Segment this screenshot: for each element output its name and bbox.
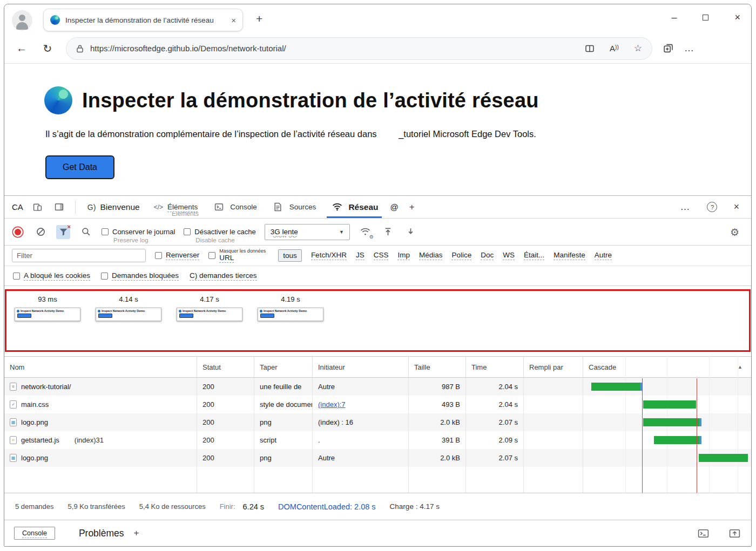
collections-icon[interactable] <box>663 43 673 53</box>
tutorial-link[interactable]: _tutoriel Microsoft Edge Dev Tools. <box>399 129 536 139</box>
filter-pill-JS[interactable]: JS <box>356 251 364 260</box>
filter-pill-Manifeste[interactable]: Manifeste <box>554 251 585 260</box>
tab-close-icon[interactable]: × <box>231 16 236 25</box>
expand-panel-icon[interactable] <box>727 526 741 540</box>
url-bar[interactable]: https://microsoftedge.github.io/Demos/ne… <box>66 37 652 60</box>
blocked-cookies-checkbox[interactable]: A bloqué les cookies <box>13 271 90 281</box>
tab-devtools-console[interactable]: Console <box>208 196 260 218</box>
filter-input[interactable] <box>12 249 146 262</box>
third-party-requests-filter[interactable]: C) demandes tierces <box>190 271 257 281</box>
frame-thumbnail: Inspect Network Activity Demo <box>15 308 80 321</box>
filmstrip-frame[interactable]: 93 msInspect Network Activity Demo <box>13 295 82 321</box>
preserve-log-checkbox[interactable]: Conserver le journal Preserve log <box>102 228 175 236</box>
col-name[interactable]: Nom <box>4 357 197 377</box>
dock-side-icon[interactable] <box>52 200 66 214</box>
waterfall-bar[interactable] <box>699 454 748 462</box>
filter-pill-Autre[interactable]: Autre <box>595 251 612 260</box>
waterfall-bar[interactable] <box>643 400 697 409</box>
col-size[interactable]: Taille <box>409 357 466 377</box>
network-wifi-icon <box>330 200 344 214</box>
tab-extra[interactable]: @ <box>390 202 399 212</box>
settings-gear-icon[interactable]: ⚙ <box>730 226 739 238</box>
profile-avatar[interactable] <box>12 10 32 31</box>
col-time[interactable]: Time <box>466 357 524 377</box>
table-filler <box>4 467 751 493</box>
maximize-button[interactable] <box>703 12 708 23</box>
drawer-tab-issues[interactable]: Problèmes + <box>79 528 139 539</box>
browser-tab[interactable]: Inspecter la démonstration de l’activité… <box>43 9 243 31</box>
favorite-star-icon[interactable]: ☆ <box>634 43 642 54</box>
tab-network[interactable]: Réseau <box>327 196 381 218</box>
filter-pill-WS[interactable]: WS <box>503 251 515 260</box>
cell-time: 2.09 s <box>466 431 524 449</box>
request-row[interactable]: ▦logo.png200pngAutre2.0 kB2.07 s <box>4 449 751 467</box>
waterfall-bar-tip <box>699 436 701 444</box>
dropdown-arrow-icon: ▼ <box>339 229 344 235</box>
request-row[interactable]: ✓main.css200style de document(index):749… <box>4 396 751 413</box>
more-tabs-button[interactable]: + <box>409 202 415 213</box>
tab-sources[interactable]: Sources <box>268 196 320 218</box>
col-type[interactable]: Taper <box>254 357 313 377</box>
cell-initiator[interactable]: (index):7 <box>313 396 409 413</box>
filter-pill-Fetch/XHR[interactable]: Fetch/XHR <box>311 251 347 260</box>
site-info-icon[interactable] <box>76 44 84 53</box>
devtools-menu-icon[interactable]: … <box>680 201 690 213</box>
col-fulfilled[interactable]: Rempli par <box>524 357 583 377</box>
minimize-button[interactable]: – <box>671 12 677 23</box>
back-button[interactable]: ← <box>14 42 29 55</box>
filter-pill-Médias[interactable]: Médias <box>419 251 443 260</box>
thumb-get-data-button <box>179 314 193 318</box>
network-table-header: Nom Statut Taper Initiateur Taille Time … <box>4 356 751 378</box>
refresh-button[interactable]: ↻ <box>40 42 55 55</box>
blocked-requests-checkbox[interactable]: Demandes bloquées <box>101 271 179 281</box>
col-status[interactable]: Statut <box>197 357 254 377</box>
get-data-button[interactable]: Get Data <box>45 155 114 179</box>
inspect-element-tool[interactable]: CA <box>12 202 23 212</box>
filter-pill-Était...[interactable]: Était... <box>524 251 544 260</box>
disable-cache-checkbox[interactable]: Désactiver le cache Disable cache <box>184 228 255 236</box>
drawer-console-icon[interactable] <box>696 526 710 540</box>
split-screen-icon[interactable] <box>585 44 595 53</box>
help-icon[interactable]: ? <box>707 202 717 212</box>
devtools-close-icon[interactable]: × <box>733 201 739 213</box>
filter-pill-Police[interactable]: Police <box>451 251 471 260</box>
filter-pill-CSS[interactable]: CSS <box>374 251 389 260</box>
tab-welcome[interactable]: G) Bienvenue <box>84 196 143 218</box>
col-initiator[interactable]: Initiateur <box>313 357 409 377</box>
browser-menu-icon[interactable]: … <box>684 43 694 54</box>
filter-pill-Doc[interactable]: Doc <box>481 251 494 260</box>
filmstrip-frame[interactable]: 4.17 sInspect Network Activity Demo <box>175 295 244 321</box>
filter-pill-Imp[interactable]: Imp <box>397 251 410 260</box>
frame-thumbnail: Inspect Network Activity Demo <box>258 308 323 321</box>
filter-toggle-button[interactable]: × <box>56 225 70 239</box>
filmstrip-frame[interactable]: 4.19 sInspect Network Activity Demo <box>256 295 325 321</box>
waterfall-bar[interactable] <box>591 383 641 391</box>
cell-type: png <box>254 413 313 431</box>
finish-value: 6.24 s <box>243 502 265 511</box>
device-toolbar-icon[interactable] <box>31 200 45 214</box>
search-button[interactable] <box>79 225 93 239</box>
throttling-select[interactable]: Slow 3G 3G lente ▼ <box>265 224 350 240</box>
drawer-tab-console[interactable]: Console <box>14 527 55 540</box>
new-tab-button[interactable]: + <box>256 12 262 25</box>
filmstrip-frame[interactable]: 4.14 sInspect Network Activity Demo <box>94 295 163 321</box>
request-row[interactable]: ‹›getstarted.js(index)31200script.391 B2… <box>4 431 751 449</box>
request-row[interactable]: ≡network-tutorial/200une feuille deAutre… <box>4 378 751 396</box>
hide-data-urls-checkbox[interactable]: Masquer les donnéesURL <box>208 248 266 263</box>
tab-elements[interactable]: </> ÉlémentsElements <box>151 196 201 218</box>
cell-name: ‹›getstarted.js(index)31 <box>4 431 197 449</box>
network-conditions-icon[interactable]: ⚙ <box>359 225 373 239</box>
clear-button[interactable] <box>33 225 48 239</box>
waterfall-bar[interactable] <box>643 418 700 426</box>
page-paragraph: Il s’agit de la démonstration complément… <box>45 129 751 139</box>
request-row[interactable]: ▦logo.png200png(index) : 162.0 kB2.07 s <box>4 413 751 431</box>
export-har-button[interactable] <box>404 225 418 239</box>
read-aloud-icon[interactable]: A)) <box>610 44 619 53</box>
filter-pill-tous[interactable]: tous <box>278 249 302 262</box>
drawer-add-icon[interactable]: + <box>134 528 139 539</box>
import-har-button[interactable] <box>381 225 395 239</box>
record-button[interactable] <box>11 225 25 239</box>
invert-filter-checkbox[interactable]: Renverser <box>155 251 199 260</box>
waterfall-bar[interactable] <box>654 436 700 444</box>
close-button[interactable]: × <box>734 12 740 23</box>
